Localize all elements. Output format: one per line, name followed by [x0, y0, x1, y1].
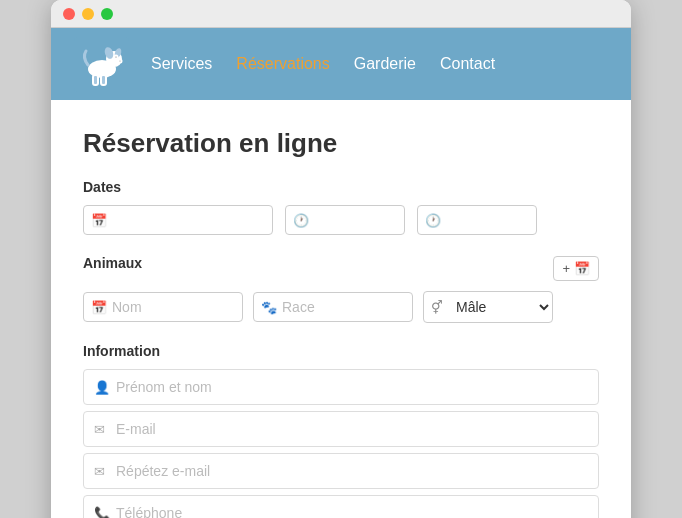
- nav-reservations[interactable]: Réservations: [236, 55, 329, 73]
- animaux-header: Animaux + 📅: [83, 255, 599, 281]
- email2-field: ✉: [83, 453, 599, 489]
- dot-red[interactable]: [63, 8, 75, 20]
- nav-links: Services Réservations Garderie Contact: [151, 55, 495, 73]
- nav-services[interactable]: Services: [151, 55, 212, 73]
- prenom-input[interactable]: [84, 370, 598, 404]
- calendar-add-icon: 📅: [574, 261, 590, 276]
- date-field-wrap: 📅: [83, 205, 273, 235]
- navbar: Services Réservations Garderie Contact: [51, 28, 631, 100]
- nav-garderie[interactable]: Garderie: [354, 55, 416, 73]
- dot-yellow[interactable]: [82, 8, 94, 20]
- email-field: ✉: [83, 411, 599, 447]
- svg-rect-6: [101, 75, 106, 85]
- phone-field: 📞: [83, 495, 599, 518]
- title-bar: [51, 0, 631, 28]
- gender-select[interactable]: Mâle Femelle: [423, 291, 553, 323]
- prenom-field: 👤: [83, 369, 599, 405]
- dates-row: 📅 🕐 10:00 🕐 11:00: [83, 205, 599, 235]
- gender-field-wrap: ⚥ Mâle Femelle: [423, 291, 553, 323]
- page-title: Réservation en ligne: [83, 128, 599, 159]
- time2-field-wrap: 🕐 11:00: [417, 205, 537, 235]
- email2-icon: ✉: [94, 464, 105, 479]
- info-section: Information 👤 ✉ ✉ 📞 💬: [83, 343, 599, 518]
- race-input[interactable]: [253, 292, 413, 322]
- main-content: Réservation en ligne Dates 📅 🕐 10:00 🕐 1…: [51, 100, 631, 518]
- app-window: Services Réservations Garderie Contact R…: [51, 0, 631, 518]
- logo: [71, 34, 131, 94]
- phone-input[interactable]: [84, 496, 598, 518]
- nom-field-wrap: 📅: [83, 291, 243, 323]
- time1-field-wrap: 🕐 10:00: [285, 205, 405, 235]
- dates-label: Dates: [83, 179, 599, 195]
- race-field-wrap: 🐾: [253, 291, 413, 323]
- email-icon: ✉: [94, 422, 105, 437]
- logo-icon: [74, 37, 129, 92]
- svg-rect-5: [93, 75, 98, 85]
- animaux-label: Animaux: [83, 255, 142, 271]
- date-input[interactable]: [83, 205, 273, 235]
- nom-input[interactable]: [83, 292, 243, 322]
- animaux-row: 📅 🐾 ⚥ Mâle Femelle: [83, 291, 599, 323]
- email2-input[interactable]: [84, 454, 598, 488]
- info-label: Information: [83, 343, 599, 359]
- person-icon: 👤: [94, 380, 110, 395]
- phone-icon: 📞: [94, 506, 110, 519]
- plus-icon: +: [562, 261, 570, 276]
- svg-point-8: [114, 55, 117, 58]
- time1-input[interactable]: 10:00: [285, 205, 405, 235]
- add-animal-button[interactable]: + 📅: [553, 256, 599, 281]
- email-input[interactable]: [84, 412, 598, 446]
- dot-green[interactable]: [101, 8, 113, 20]
- time2-input[interactable]: 11:00: [417, 205, 537, 235]
- nav-contact[interactable]: Contact: [440, 55, 495, 73]
- svg-point-7: [118, 59, 121, 62]
